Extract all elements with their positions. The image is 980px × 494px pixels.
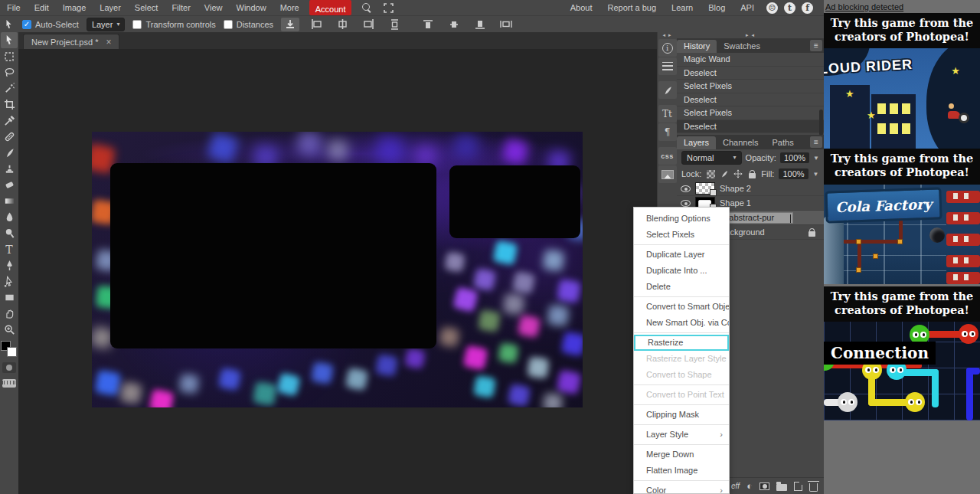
clone-stamp-tool[interactable] [1,161,18,177]
canvas-area[interactable] [18,49,657,494]
menu-more[interactable]: More [273,0,306,15]
history-item[interactable]: Select Pixels [677,80,824,93]
new-group-icon[interactable] [776,484,787,491]
auto-select-checkbox[interactable]: ✓ [22,20,31,29]
spot-heal-tool[interactable] [1,129,18,145]
opacity-value[interactable]: 100% [780,152,809,163]
document-tab[interactable]: New Project.psd * × [23,34,119,49]
ctx-delete[interactable]: Delete [634,279,729,295]
gradient-tool[interactable] [1,193,18,209]
eraser-tool[interactable] [1,177,18,193]
shape1-black-rectangle[interactable] [110,163,436,348]
menu-api[interactable]: API [734,0,760,15]
move-tool[interactable] [1,32,18,48]
distribute-horizontal-button[interactable] [497,18,515,31]
ctx-duplicate-layer[interactable]: Duplicate Layer [634,247,729,263]
tab-history[interactable]: History [677,40,717,53]
history-item[interactable]: Select Pixels [677,106,824,120]
auto-select-target-dropdown[interactable]: Layer ▾ [87,18,126,31]
add-mask-icon[interactable] [760,483,769,490]
menu-report-bug[interactable]: Report a bug [601,0,662,15]
artboard-image[interactable] [92,132,583,407]
dodge-tool[interactable] [1,225,18,241]
history-scrollbar[interactable] [819,110,823,136]
close-icon[interactable]: × [106,37,111,47]
layer-effects-icon[interactable]: eff [731,482,740,490]
menu-image[interactable]: Image [56,0,93,15]
ad1-game-image[interactable]: ★ ★ ★ LOUD RIDER [824,48,980,149]
ctx-flatten-image[interactable]: Flatten Image [634,463,729,479]
menu-about[interactable]: About [564,0,599,15]
lasso-tool[interactable] [1,64,18,80]
menu-file[interactable]: File [0,0,28,15]
collapse-panel-icon[interactable]: ▸ ◂ [677,32,824,38]
history-item[interactable]: Magic Wand [677,53,824,67]
layer-row-shape2[interactable]: Shape 2 [677,182,824,196]
menu-select[interactable]: Select [128,0,165,15]
rect-select-tool[interactable] [1,48,18,64]
menu-layer[interactable]: Layer [93,0,128,15]
ctx-color[interactable]: Color › [634,483,729,494]
history-item[interactable]: Deselect [677,67,824,80]
menu-window[interactable]: Window [230,0,273,15]
background-color-swatch[interactable] [7,347,17,357]
search-icon[interactable] [362,3,371,12]
hand-tool[interactable] [1,306,18,322]
pen-tool[interactable] [1,257,18,273]
menu-learn[interactable]: Learn [665,0,699,15]
align-right-button[interactable] [359,18,377,31]
align-middle-button[interactable] [445,18,463,31]
ctx-convert-smart-object[interactable]: Convert to Smart Object [634,299,729,315]
history-menu-icon[interactable]: ≡ [810,40,822,51]
tab-swatches[interactable]: Swatches [717,40,767,53]
new-layer-icon[interactable] [794,482,802,491]
fill-value[interactable]: 100% [779,168,808,179]
character-panel-button[interactable]: Tt [658,105,677,123]
opacity-dropdown-icon[interactable]: ▼ [813,155,819,162]
menu-filter[interactable]: Filter [165,0,197,15]
layers-menu-icon[interactable]: ≡ [810,136,822,148]
align-bottom-button[interactable] [471,18,489,31]
ad-blocking-link[interactable]: Ad blocking detected [824,0,980,13]
ctx-layer-style[interactable]: Layer Style › [634,427,729,443]
properties-panel-button[interactable]: i [658,39,677,57]
align-top-button[interactable] [419,18,437,31]
menu-edit[interactable]: Edit [28,0,56,15]
css-panel-button[interactable]: css [658,147,677,165]
ctx-clipping-mask[interactable]: Clipping Mask [634,407,729,423]
crop-tool[interactable] [1,97,18,113]
twitter-icon[interactable]: t [784,2,795,14]
collapse-strip-icon[interactable]: ◂ ▸ [658,32,677,38]
align-center-horizontal-button[interactable] [333,18,351,31]
lock-all-icon[interactable] [747,169,756,178]
paragraph-panel-button[interactable]: ¶ [658,123,677,141]
ctx-select-pixels[interactable]: Select Pixels [634,227,729,243]
blend-mode-dropdown[interactable]: Normal ▾ [681,151,742,165]
history-item[interactable]: Deselect [677,93,824,107]
tab-layers[interactable]: Layers [677,136,716,149]
tab-channels[interactable]: Channels [716,136,765,149]
distribute-vertical-button[interactable] [385,18,403,31]
type-tool[interactable]: T [1,241,18,257]
keyboard-shortcuts-button[interactable] [2,379,16,388]
ctx-rasterize[interactable]: Rasterize [634,335,729,351]
tab-paths[interactable]: Paths [766,136,801,149]
lock-position-icon[interactable] [733,169,743,178]
eye-icon[interactable] [681,200,691,207]
ad2-game-image[interactable]: Cola Factory [824,185,980,284]
quick-mask-button[interactable] [2,362,16,373]
fullscreen-icon[interactable] [384,3,394,13]
zoom-tool[interactable] [1,322,18,338]
facebook-icon[interactable]: f [802,2,813,14]
account-button[interactable]: Account [309,0,352,15]
magic-wand-tool[interactable] [1,80,18,97]
delete-layer-icon[interactable] [809,483,818,492]
snap-to-pixels-button[interactable] [281,18,299,31]
shape2-black-rectangle[interactable] [449,165,580,238]
distances-checkbox[interactable] [224,20,233,29]
ad3-game-image[interactable]: Connection [824,322,980,420]
ctx-blending-options[interactable]: Blending Options [634,211,729,227]
path-select-tool[interactable] [1,273,18,290]
lock-paint-icon[interactable] [720,169,729,178]
brush-panel-button[interactable] [658,81,677,99]
